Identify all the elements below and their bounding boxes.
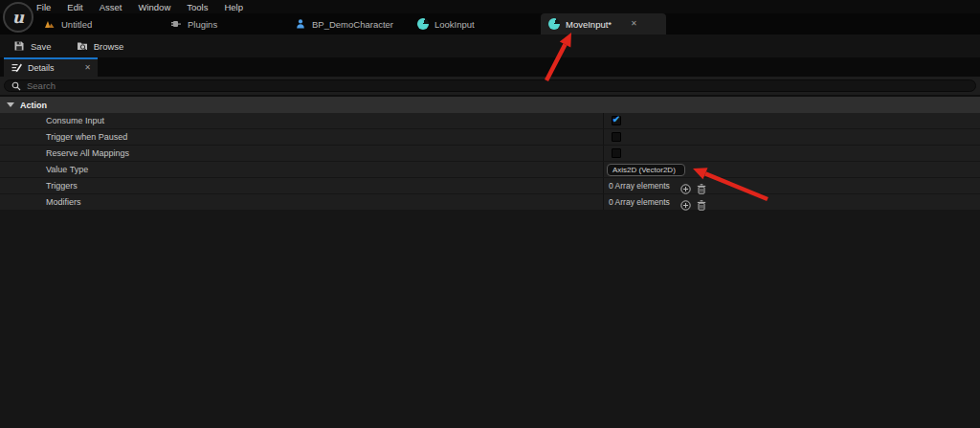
details-icon [11, 62, 22, 74]
browse-label: Browse [94, 41, 124, 52]
save-icon [13, 40, 25, 52]
column-divider[interactable] [603, 178, 604, 193]
column-divider[interactable] [603, 162, 604, 177]
column-divider[interactable] [603, 194, 604, 210]
search-icon [11, 81, 21, 91]
tab-label: MoveInput* [566, 19, 612, 30]
reserve-all-mappings-checkbox[interactable]: ✔ [612, 148, 621, 158]
close-panel-icon[interactable]: ✕ [84, 64, 91, 72]
close-tab-icon[interactable]: ✕ [631, 20, 637, 28]
chevron-down-icon [7, 102, 14, 107]
modifiers-array-count: 0 Array elements [609, 194, 670, 210]
value-type-dropdown[interactable]: Axis2D (Vector2D) [607, 164, 685, 176]
browse-folder-icon [77, 40, 88, 52]
save-label: Save [31, 41, 52, 52]
menu-tools[interactable]: Tools [187, 2, 208, 12]
row-value-type: Value Type Axis2D (Vector2D) [0, 162, 980, 178]
menu-help[interactable]: Help [224, 2, 243, 12]
trash-icon [697, 200, 706, 211]
row-consume-input: Consume Input ✔ [0, 113, 980, 129]
row-modifiers: Modifiers 0 Array elements [0, 194, 980, 211]
trigger-when-paused-checkbox[interactable]: ✔ [612, 132, 621, 142]
tab-plugins[interactable]: Plugins [163, 13, 225, 34]
row-triggers: Triggers 0 Array elements [0, 178, 980, 194]
plugin-icon [170, 18, 182, 30]
tab-details[interactable]: Details ✕ [4, 57, 98, 77]
plus-circle-icon [680, 200, 691, 211]
category-header-action[interactable]: Action [0, 97, 980, 113]
input-action-icon [548, 18, 560, 30]
value-type-selected: Axis2D (Vector2D) [612, 166, 676, 174]
details-property-list: Consume Input ✔ Trigger when Paused ✔ Re… [0, 113, 980, 211]
unreal-engine-logo-icon: u [3, 2, 33, 33]
tab-untitled[interactable]: Untitled [36, 13, 100, 34]
check-icon: ✔ [612, 115, 620, 124]
tab-bp-democharacter[interactable]: BP_DemoCharacter [287, 13, 401, 34]
property-label: Reserve All Mappings [46, 146, 129, 161]
asset-toolbar: Save Browse [0, 34, 980, 57]
category-label: Action [20, 101, 47, 110]
search-row [0, 77, 980, 95]
menu-asset[interactable]: Asset [100, 2, 122, 12]
input-action-icon [417, 18, 429, 30]
property-label: Trigger when Paused [46, 129, 127, 145]
blueprint-character-icon [295, 18, 306, 30]
unreal-editor-window: u File Edit Asset Window Tools Help Unti… [0, 0, 980, 428]
consume-input-checkbox[interactable]: ✔ [612, 116, 621, 125]
row-reserve-all-mappings: Reserve All Mappings ✔ [0, 146, 980, 162]
menu-window[interactable]: Window [138, 2, 170, 12]
column-divider[interactable] [603, 146, 604, 161]
trash-icon [697, 184, 706, 194]
property-label: Consume Input [46, 113, 104, 128]
level-icon [44, 18, 56, 30]
row-trigger-when-paused: Trigger when Paused ✔ [0, 129, 980, 146]
details-tab-label: Details [28, 63, 55, 73]
asset-tab-bar: Untitled Plugins BP_DemoCharacter LookIn… [0, 13, 980, 34]
tab-moveinput[interactable]: MoveInput* ✕ [541, 13, 666, 34]
column-divider[interactable] [603, 129, 604, 145]
triggers-array-count: 0 Array elements [609, 178, 670, 193]
property-label: Value Type [46, 162, 88, 177]
plus-circle-icon [680, 184, 691, 194]
tab-lookinput[interactable]: LookInput [410, 13, 482, 34]
column-divider[interactable] [603, 113, 604, 128]
tab-label: Untitled [61, 19, 92, 30]
property-label: Triggers [46, 178, 78, 193]
tab-label: Plugins [188, 19, 217, 30]
browse-button[interactable]: Browse [73, 36, 128, 56]
menu-edit[interactable]: Edit [67, 2, 82, 12]
property-label: Modifiers [46, 194, 81, 210]
tab-label: LookInput [434, 19, 475, 30]
details-empty-area [0, 211, 980, 428]
menu-file[interactable]: File [36, 2, 51, 12]
menu-bar: File Edit Asset Window Tools Help [0, 0, 980, 13]
panel-tab-bar: Details ✕ [0, 57, 980, 77]
save-button[interactable]: Save [10, 36, 56, 56]
search-box[interactable] [4, 79, 976, 92]
search-input[interactable] [27, 80, 969, 91]
tab-label: BP_DemoCharacter [312, 19, 393, 30]
